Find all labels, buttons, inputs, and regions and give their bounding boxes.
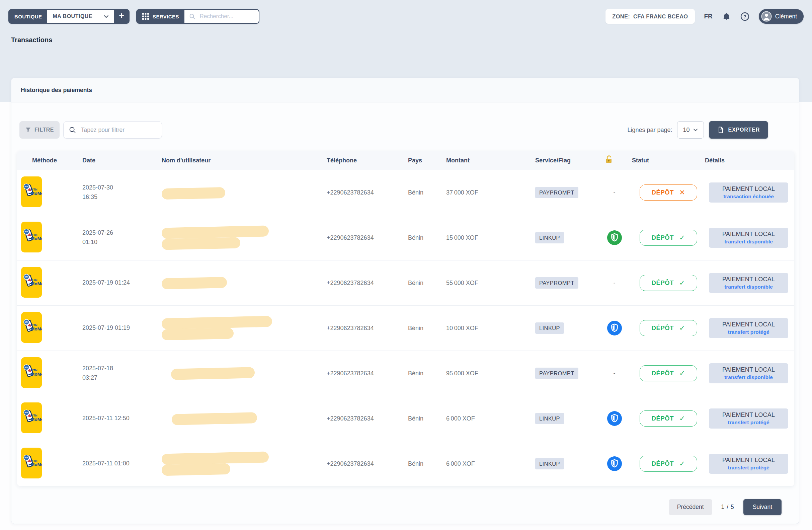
cell-status: DÉPÔT ✓ <box>628 275 701 291</box>
cell-details: PAIEMENT LOCAL transfert disponible <box>701 273 794 293</box>
page-title: Transactions <box>11 36 52 44</box>
status-label: DÉPÔT <box>652 189 674 196</box>
cell-amount: 10 000 XOF <box>442 325 531 332</box>
status-badge: DÉPÔT ✕ <box>640 185 697 201</box>
user-name: Clément <box>775 13 797 20</box>
services-button[interactable]: SERVICES <box>137 10 185 23</box>
help-button[interactable]: ? <box>740 12 750 21</box>
redacted-name-scribble <box>162 277 227 289</box>
mtn-momo-logo: MTN MTN MoMo <box>21 357 42 388</box>
cell-status: DÉPÔT ✓ <box>628 456 701 472</box>
details-badge[interactable]: PAIEMENT LOCAL transfert protégé <box>709 454 788 474</box>
cell-method: MTN MTN MoMo <box>17 402 78 435</box>
svg-text:MoMo: MoMo <box>31 417 42 422</box>
cross-icon: ✕ <box>679 188 685 197</box>
status-label: DÉPÔT <box>652 234 674 241</box>
svg-text:MTN: MTN <box>25 457 28 459</box>
svg-text:MTN: MTN <box>25 186 28 187</box>
next-page-button[interactable]: Suivant <box>743 499 782 515</box>
table-row[interactable]: MTN MTN MoMo 2025-07-2601:10 +2290623782… <box>17 215 794 260</box>
cell-country: Bénin <box>404 189 442 196</box>
search-icon <box>189 13 195 20</box>
export-button[interactable]: EXPORTER <box>709 121 768 139</box>
cell-service: LINKUP <box>531 460 601 468</box>
table-row[interactable]: MTN MTN MoMo 2025-07-19 01:24 +229062378… <box>17 260 794 305</box>
rows-per-page-value: 10 <box>683 127 690 133</box>
redacted-name-scribble <box>162 187 226 200</box>
table-row[interactable]: MTN MTN MoMo 2025-07-3016:35 +2290623782… <box>17 170 794 215</box>
language-toggle[interactable]: FR <box>704 13 713 20</box>
table-row[interactable]: MTN MTN MoMo 2025-07-11 01:00 +229062378… <box>17 441 794 486</box>
table-header-row: Méthode Date Nom d'utilisateur Téléphone… <box>17 151 794 170</box>
details-type: PAIEMENT LOCAL <box>712 412 785 418</box>
table-row[interactable]: MTN MTN MoMo 2025-07-11 12:50 +229062378… <box>17 396 794 441</box>
no-flag-dash: - <box>613 370 615 377</box>
column-header-country: Pays <box>404 157 442 164</box>
cell-amount: 37 000 XOF <box>442 189 531 196</box>
details-badge[interactable]: PAIEMENT LOCAL transaction échouée <box>709 183 788 203</box>
cell-amount: 6 000 XOF <box>442 415 531 422</box>
check-icon: ✓ <box>679 460 685 468</box>
cell-flag <box>601 411 628 426</box>
table-row[interactable]: MTN MTN MoMo 2025-07-1803:27 +2290623782… <box>17 350 794 396</box>
pagination: Précédent 1 / 5 Suivant <box>669 499 782 515</box>
cell-country: Bénin <box>404 415 442 422</box>
boutique-select[interactable]: MA BOUTIQUE <box>47 10 114 23</box>
boutique-select-value: MA BOUTIQUE <box>53 13 92 19</box>
details-badge[interactable]: PAIEMENT LOCAL transfert disponible <box>709 363 788 383</box>
mtn-momo-logo: MTN MTN MoMo <box>21 312 42 343</box>
details-type: PAIEMENT LOCAL <box>712 457 785 464</box>
cell-amount: 6 000 XOF <box>442 460 531 468</box>
svg-text:MoMo: MoMo <box>31 191 42 196</box>
previous-page-button[interactable]: Précédent <box>669 499 712 515</box>
cell-flag: - <box>601 280 628 287</box>
status-badge: DÉPÔT ✓ <box>640 320 697 336</box>
global-search-input[interactable] <box>199 13 254 20</box>
cell-username <box>158 260 323 305</box>
mtn-momo-logo: MTN MTN MoMo <box>21 448 42 478</box>
status-badge: DÉPÔT ✓ <box>640 365 697 381</box>
rows-per-page-label: Lignes par page: <box>627 127 672 133</box>
svg-text:MTN: MTN <box>25 366 28 368</box>
details-badge[interactable]: PAIEMENT LOCAL transfert disponible <box>709 228 788 248</box>
app-topbar: BOUTIQUE MA BOUTIQUE + SERV <box>9 9 803 24</box>
add-boutique-button[interactable]: + <box>114 10 129 23</box>
global-search <box>185 10 259 23</box>
details-badge[interactable]: PAIEMENT LOCAL transfert disponible <box>709 273 788 293</box>
details-type: PAIEMENT LOCAL <box>712 276 785 283</box>
details-badge[interactable]: PAIEMENT LOCAL transfert protégé <box>709 409 788 429</box>
filter-button-label: FILTRE <box>34 127 54 133</box>
details-status-text: transfert protégé <box>712 419 785 426</box>
status-label: DÉPÔT <box>652 325 674 332</box>
payments-history-card: Historique des paiements FILTRE Lignes p… <box>11 78 799 524</box>
cell-details: PAIEMENT LOCAL transfert protégé <box>701 454 794 474</box>
shield-icon <box>607 230 622 245</box>
filter-button[interactable]: FILTRE <box>19 121 60 139</box>
svg-text:MoMo: MoMo <box>31 236 42 241</box>
details-badge[interactable]: PAIEMENT LOCAL transfert protégé <box>709 318 788 338</box>
column-header-service-flag: Service/Flag <box>531 157 601 164</box>
boutique-label: BOUTIQUE <box>9 10 47 23</box>
card-title: Historique des paiements <box>11 78 799 102</box>
status-label: DÉPÔT <box>652 279 674 287</box>
svg-text:MoMo: MoMo <box>31 372 42 377</box>
column-header-lock <box>601 155 628 166</box>
check-icon: ✓ <box>679 369 685 377</box>
user-menu[interactable]: Clément <box>759 9 803 24</box>
cell-status: DÉPÔT ✓ <box>628 365 701 381</box>
details-status-text: transaction échouée <box>712 194 785 200</box>
notifications-button[interactable] <box>722 12 731 21</box>
service-badge: LINKUP <box>535 323 564 334</box>
cell-method: MTN MTN MoMo <box>17 448 78 480</box>
column-header-username: Nom d'utilisateur <box>158 157 323 164</box>
cell-details: PAIEMENT LOCAL transfert disponible <box>701 228 794 248</box>
check-icon: ✓ <box>679 415 685 422</box>
boutique-selector-group: BOUTIQUE MA BOUTIQUE + <box>9 9 130 24</box>
cell-phone: +2290623782634 <box>323 370 404 377</box>
table-row[interactable]: MTN MTN MoMo 2025-07-19 01:19 +229062378… <box>17 305 794 350</box>
cell-username <box>158 215 323 260</box>
cell-phone: +2290623782634 <box>323 325 404 332</box>
rows-per-page-select[interactable]: 10 <box>677 121 704 139</box>
table-filter-input[interactable] <box>80 126 156 134</box>
cell-service: LINKUP <box>531 234 601 241</box>
